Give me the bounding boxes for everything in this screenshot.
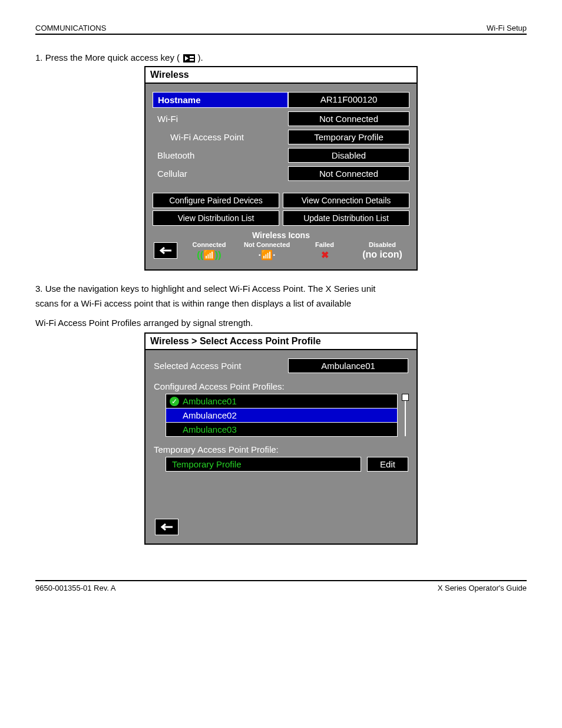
edit-button[interactable]: Edit <box>367 457 408 472</box>
cellular-label[interactable]: Cellular <box>153 166 288 181</box>
temp-profile-value[interactable]: Temporary Profile <box>166 457 361 472</box>
more-quickaccess-icon <box>183 54 195 62</box>
hostname-value: AR11F000120 <box>288 92 409 108</box>
note-a: 3. Use the navigation keys to highlight … <box>35 284 527 294</box>
ap-profile-list: ✓ Ambulance01 Ambulance02 Ambulance03 <box>166 394 398 436</box>
bluetooth-label[interactable]: Bluetooth <box>153 148 288 163</box>
disabled-sub: (no icon) <box>356 249 408 260</box>
back-button[interactable] <box>154 242 177 259</box>
back-arrow-icon <box>160 523 174 531</box>
ap-panel-title: Wireless > Select Access Point Profile <box>146 334 416 350</box>
hostname-label[interactable]: Hostname <box>153 92 288 108</box>
wifi-connected-icon: ((📶)) <box>183 249 235 260</box>
connected-label: Connected <box>193 241 226 248</box>
note-b: scans for a Wi-Fi access point that is w… <box>35 298 527 308</box>
rule-top <box>35 34 527 35</box>
selected-ap-label: Selected Access Point <box>154 361 277 371</box>
header-right: Wi-Fi Setup <box>487 24 527 32</box>
cellular-value: Not Connected <box>288 166 409 181</box>
wifi-label[interactable]: Wi-Fi <box>153 111 288 126</box>
scroll-thumb[interactable] <box>402 394 409 401</box>
back-button-ap[interactable] <box>155 519 178 535</box>
note-c: Wi-Fi Access Point Profiles arranged by … <box>35 318 527 328</box>
footer-left: 9650-001355-01 Rev. A <box>35 584 115 592</box>
configure-paired-devices-button[interactable]: Configure Paired Devices <box>153 193 279 208</box>
selected-ap-value: Ambulance01 <box>288 358 408 373</box>
temp-profile-label: Temporary Access Point Profile: <box>154 444 408 454</box>
footer-right: X Series Operator's Guide <box>438 584 527 592</box>
ap-item-1-label: Ambulance02 <box>183 410 237 420</box>
ap-item-0-label: Ambulance01 <box>183 396 237 406</box>
bluetooth-value: Disabled <box>288 148 409 163</box>
wifi-value: Not Connected <box>288 111 409 126</box>
notconnected-label: Not Connected <box>244 241 290 248</box>
wifi-notconnected-icon: ·📶· <box>241 249 293 260</box>
ap-item-2[interactable]: Ambulance03 <box>166 422 398 437</box>
wifi-ap-value: Temporary Profile <box>288 130 409 144</box>
ap-item-2-label: Ambulance03 <box>183 424 237 434</box>
disabled-label: Disabled <box>369 241 396 248</box>
wireless-panel: Wireless Hostname AR11F000120 Wi-Fi Not … <box>144 66 418 271</box>
failed-label: Failed <box>315 241 334 248</box>
step1-text: 1. Press the More quick access key ( ). <box>35 52 527 62</box>
view-distribution-list-button[interactable]: View Distribution List <box>153 210 279 226</box>
svg-rect-3 <box>190 59 194 61</box>
check-icon: ✓ <box>170 397 179 406</box>
configured-profiles-label: Configured Access Point Profiles: <box>154 381 408 391</box>
svg-rect-2 <box>190 56 194 58</box>
scrollbar[interactable] <box>402 394 408 436</box>
back-arrow-icon <box>158 246 173 255</box>
step1-prefix: 1. Press the More quick access key ( <box>35 52 180 62</box>
update-distribution-list-button[interactable]: Update Distribution List <box>283 210 409 226</box>
wireless-icons-title: Wireless Icons <box>153 230 409 240</box>
ap-item-0[interactable]: ✓ Ambulance01 <box>166 394 398 409</box>
wifi-failed-icon: ✖ <box>299 249 351 260</box>
header-left: COMMUNICATIONS <box>35 24 106 32</box>
ap-panel: Wireless > Select Access Point Profile S… <box>144 332 418 545</box>
wireless-panel-title: Wireless <box>146 67 416 84</box>
view-connection-details-button[interactable]: View Connection Details <box>283 193 409 208</box>
wifi-ap-label[interactable]: Wi-Fi Access Point <box>153 130 288 144</box>
step1-suffix: ). <box>197 52 203 62</box>
rule-bottom <box>35 580 527 581</box>
ap-item-1[interactable]: Ambulance02 <box>166 408 398 423</box>
